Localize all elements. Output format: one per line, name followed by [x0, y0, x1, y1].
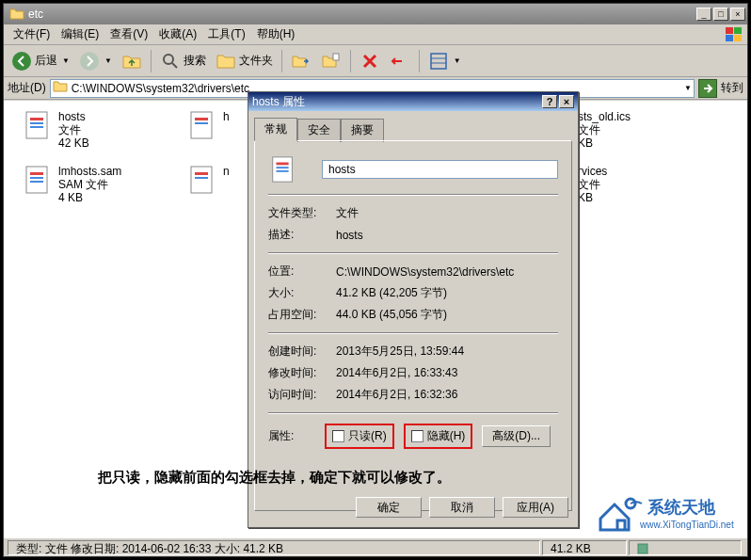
accessed-label: 访问时间: — [268, 387, 336, 403]
properties-dialog: hosts 属性 ? × 常规 安全 摘要 文件类型:文件 描述:hosts 位… — [248, 91, 579, 528]
menu-help[interactable]: 帮助(H) — [251, 24, 301, 44]
menu-tools[interactable]: 工具(T) — [202, 24, 250, 44]
ok-button[interactable]: 确定 — [356, 497, 422, 518]
file-item[interactable]: hosts 文件 42 KB — [23, 110, 89, 150]
maximize-button[interactable]: □ — [713, 8, 728, 21]
forward-button[interactable]: ▼ — [75, 48, 116, 74]
description-label: 描述: — [268, 227, 336, 243]
filetype-value: 文件 — [336, 205, 558, 221]
file-type: SAM 文件 — [58, 178, 121, 191]
search-icon — [160, 51, 181, 72]
chevron-down-icon: ▼ — [62, 56, 70, 65]
readonly-checkbox-group[interactable]: 只读(R) — [325, 424, 394, 449]
size-value: 41.2 KB (42,205 字节) — [336, 285, 558, 301]
description-value: hosts — [336, 229, 558, 242]
file-icon — [187, 110, 217, 140]
created-value: 2013年5月25日, 13:59:44 — [336, 344, 558, 360]
divider — [268, 194, 558, 196]
watermark: 系统天地 www.XiTongTianDi.net — [591, 490, 742, 536]
views-button[interactable]: ▼ — [424, 48, 465, 74]
svg-rect-23 — [195, 172, 208, 175]
minimize-button[interactable]: _ — [696, 8, 711, 21]
go-label: 转到 — [721, 80, 743, 96]
apply-button[interactable]: 应用(A) — [503, 497, 568, 518]
file-name: rvices — [578, 165, 607, 178]
file-name: hosts — [58, 110, 89, 123]
attributes-label: 属性: — [268, 428, 315, 444]
menu-view[interactable]: 查看(V) — [104, 24, 153, 44]
file-size: 4 KB — [58, 191, 121, 204]
svg-rect-20 — [195, 118, 208, 120]
svg-rect-16 — [30, 172, 43, 175]
svg-rect-2 — [726, 35, 733, 41]
delete-icon — [360, 51, 380, 72]
file-name: lmhosts.sam — [58, 165, 121, 178]
svg-rect-22 — [191, 167, 212, 193]
back-arrow-icon — [11, 51, 32, 72]
search-button[interactable]: 搜索 — [156, 48, 210, 74]
svg-point-4 — [12, 52, 31, 71]
svg-rect-0 — [726, 27, 733, 34]
back-label: 后退 — [35, 53, 57, 69]
window-titlebar: etc _ □ × — [4, 4, 747, 24]
annotation-text: 把只读，隐藏前面的勾选框去掉，确定下就可以修改了。 — [98, 469, 451, 487]
modified-value: 2014年6月2日, 16:33:43 — [336, 365, 558, 381]
dialog-close-button[interactable]: × — [559, 95, 574, 108]
tab-general[interactable]: 常规 — [254, 118, 297, 141]
file-large-icon — [268, 154, 298, 184]
tab-security[interactable]: 安全 — [297, 119, 341, 142]
filename-input[interactable] — [322, 160, 558, 179]
tab-summary[interactable]: 摘要 — [341, 119, 384, 142]
cancel-button[interactable]: 取消 — [429, 497, 495, 518]
svg-rect-29 — [638, 544, 647, 553]
file-name: n — [223, 165, 230, 178]
svg-rect-1 — [734, 27, 742, 34]
status-zone — [629, 540, 742, 555]
back-button[interactable]: 后退 ▼ — [8, 48, 73, 74]
svg-rect-26 — [277, 163, 289, 166]
hidden-checkbox-group[interactable]: 隐藏(H) — [404, 424, 473, 449]
help-button[interactable]: ? — [542, 95, 557, 108]
file-size: KB — [578, 191, 607, 204]
dialog-title: hosts 属性 — [252, 94, 540, 110]
file-item[interactable]: sts_old.ics 文件 KB — [578, 110, 631, 150]
svg-text:www.XiTongTianDi.net: www.XiTongTianDi.net — [639, 520, 734, 530]
delete-button[interactable] — [356, 48, 384, 74]
readonly-label: 只读(R) — [348, 428, 387, 444]
svg-rect-12 — [30, 118, 43, 120]
file-icon — [187, 165, 217, 195]
toolbar: 后退 ▼ ▼ 搜索 文件夹 ▼ — [4, 45, 747, 77]
svg-rect-27 — [277, 167, 289, 168]
created-label: 创建时间: — [268, 344, 336, 360]
menu-file[interactable]: 文件(F) — [8, 24, 56, 44]
file-item[interactable]: rvices 文件 KB — [578, 165, 607, 204]
menu-edit[interactable]: 编辑(E) — [56, 24, 104, 44]
copy-to-icon — [321, 51, 342, 72]
file-item[interactable]: n — [187, 165, 230, 195]
folder-icon — [9, 7, 24, 22]
chevron-down-icon[interactable]: ▼ — [684, 84, 692, 92]
file-item[interactable]: lmhosts.sam SAM 文件 4 KB — [23, 165, 121, 204]
undo-button[interactable] — [386, 48, 414, 74]
separator — [151, 50, 152, 72]
views-icon — [428, 51, 449, 72]
separator — [281, 50, 282, 72]
readonly-checkbox[interactable] — [332, 430, 344, 442]
svg-rect-25 — [273, 157, 293, 182]
ondisk-value: 44.0 KB (45,056 字节) — [336, 307, 558, 323]
close-button[interactable]: × — [730, 8, 745, 21]
svg-rect-17 — [30, 177, 43, 179]
up-button[interactable] — [118, 48, 146, 74]
folders-button[interactable]: 文件夹 — [212, 48, 277, 74]
advanced-button[interactable]: 高级(D)... — [482, 425, 551, 447]
go-button[interactable] — [698, 79, 717, 98]
svg-text:系统天地: 系统天地 — [647, 498, 716, 517]
move-to-button[interactable] — [287, 48, 315, 74]
menu-favorites[interactable]: 收藏(A) — [153, 24, 202, 44]
accessed-value: 2014年6月2日, 16:32:36 — [336, 387, 558, 403]
hidden-checkbox[interactable] — [411, 430, 423, 442]
separator — [350, 50, 351, 72]
file-item[interactable]: h — [187, 110, 230, 140]
copy-to-button[interactable] — [317, 48, 345, 74]
file-type: 文件 — [58, 123, 89, 136]
